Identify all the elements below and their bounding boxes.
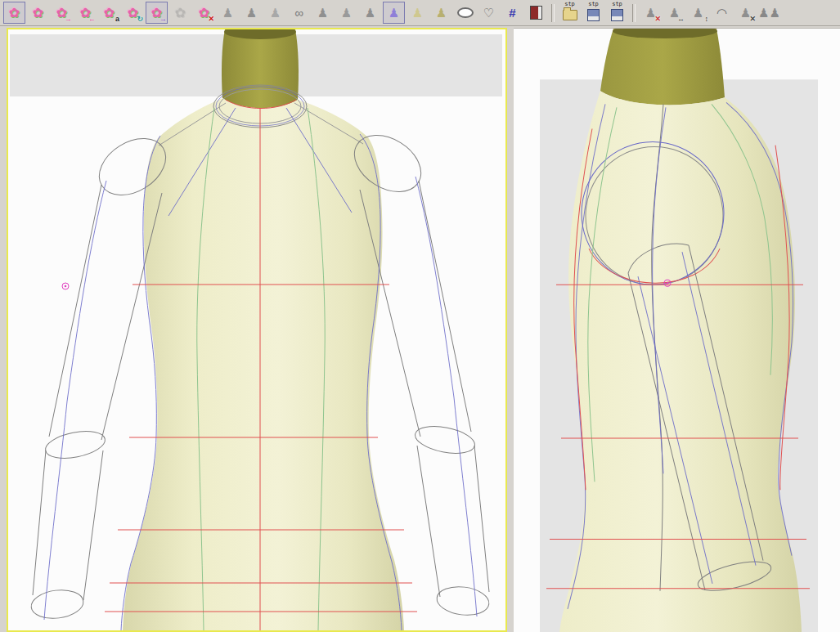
link-models-icon[interactable]: ∞ <box>288 2 310 24</box>
notebook-icon[interactable] <box>525 2 547 24</box>
save-stp-icon[interactable]: stp <box>582 2 604 24</box>
open-stp-icon[interactable]: stp <box>559 2 581 24</box>
model-purple-icon[interactable]: ♟ <box>383 2 405 24</box>
main-area <box>0 26 840 632</box>
toolbar: ✿✿✿→✿←✿a✿↻✿→✿✿✕♟♟♟∞♟♟♟♟♟♟♡#stpstpstp♟✕♟↔… <box>0 0 840 26</box>
ellipse-tool-icon[interactable] <box>454 2 476 24</box>
model-cream-icon[interactable]: ♟ <box>407 2 429 24</box>
cut-model-icon[interactable]: ♟✕ <box>640 2 662 24</box>
model-stand-3-icon[interactable]: ♟ <box>359 2 381 24</box>
delete-garment-icon[interactable]: ✿✕ <box>193 2 215 24</box>
garment-properties-icon[interactable]: ✿ <box>27 2 49 24</box>
measure-width-icon[interactable]: ♟↔ <box>663 2 685 24</box>
front-view-canvas <box>8 29 505 630</box>
update-garment-icon[interactable]: ✿↻ <box>122 2 144 24</box>
open-garment-icon[interactable]: ✿ <box>3 2 25 24</box>
tape-measure-icon[interactable]: ◠ <box>711 2 733 24</box>
heart-tool-icon[interactable]: ♡ <box>478 2 500 24</box>
garment-unavailable-icon: ✿ <box>169 2 191 24</box>
remove-model-icon[interactable]: ♟✕ <box>734 2 757 24</box>
model-stand-1-icon[interactable]: ♟ <box>312 2 334 24</box>
grid-tool-icon[interactable]: # <box>501 2 523 24</box>
toolbar-separator <box>632 4 636 22</box>
model-stand-2-icon[interactable]: ♟ <box>335 2 357 24</box>
side-view-canvas <box>514 29 840 632</box>
model-cream-dark-icon[interactable]: ♟ <box>430 2 452 24</box>
model-back-icon[interactable]: ♟ <box>240 2 263 24</box>
toolbar-separator <box>551 4 555 22</box>
model-bust-icon[interactable]: ♟ <box>264 2 286 24</box>
front-view-viewport[interactable] <box>7 28 507 632</box>
side-view-viewport[interactable] <box>514 28 840 632</box>
export-garment-icon[interactable]: ✿→ <box>51 2 73 24</box>
save-as-stp-icon[interactable]: stp <box>606 2 628 24</box>
send-garment-icon[interactable]: ✿→ <box>146 2 168 24</box>
rename-garment-icon[interactable]: ✿a <box>98 2 120 24</box>
measure-height-icon[interactable]: ♟↕ <box>687 2 709 24</box>
model-pair-icon[interactable]: ♟♟ <box>758 2 780 24</box>
model-front-icon[interactable]: ♟ <box>217 2 239 24</box>
import-garment-icon[interactable]: ✿← <box>74 2 97 24</box>
